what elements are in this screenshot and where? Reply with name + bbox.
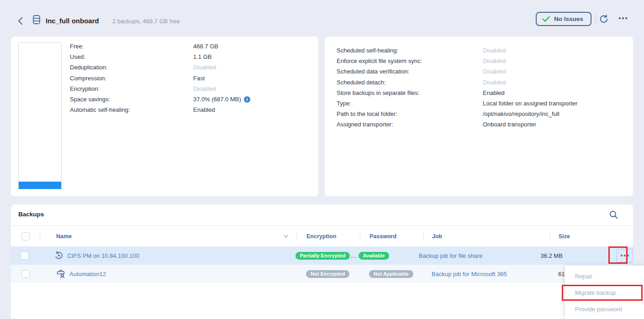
setting-label: Scheduled detach: [337, 79, 483, 86]
header-divider [596, 14, 596, 24]
stat-label: Compression: [70, 75, 193, 82]
setting-row-explicit-sync: Enforce explicit file system sync: Disab… [337, 56, 626, 66]
stat-value-text: 37.0% (687.0 MB) [193, 96, 241, 103]
stat-label: Automatic self-healing: [70, 106, 193, 113]
stat-value: 468.7 GB [193, 43, 218, 50]
storage-summary-card: Free: 468.7 GB Used: 1.1 GB Deduplicatio… [11, 37, 318, 196]
page-title: Inc_full onboard [46, 17, 99, 25]
setting-label: Type: [337, 100, 483, 107]
setting-value: Disabled [483, 79, 506, 86]
stat-row-used: Used: 1.1 GB [70, 52, 311, 62]
stat-row-free: Free: 468.7 GB [70, 41, 311, 52]
column-header-encryption[interactable]: Encryption [296, 232, 360, 241]
backup-name-link[interactable]: CIFS PM on 10.84.100.100 [67, 252, 139, 259]
setting-value: Disabled [483, 58, 506, 64]
stat-row-auto-self-healing: Automatic self-healing: Enabled [70, 105, 311, 115]
menu-item-provide-password[interactable]: Provide password [565, 301, 644, 317]
setting-label: Assigned transporter: [337, 121, 483, 128]
setting-value: Disabled [483, 68, 506, 75]
stat-label: Free: [70, 43, 193, 50]
repository-settings-card: Scheduled self-healing: Disabled Enforce… [325, 37, 633, 196]
stat-row-compression: Compression: Fast [70, 73, 311, 84]
repository-database-icon [31, 14, 42, 25]
setting-label: Scheduled self-healing: [337, 47, 483, 54]
stat-label: Deduplication: [70, 64, 193, 71]
column-header-size[interactable]: Size [550, 232, 621, 241]
job-link[interactable]: Backup job for Microsoft 365 [432, 271, 507, 277]
storage-gauge [18, 42, 62, 189]
top-header: Inc_full onboard 2 backups, 468.7 GB fre… [0, 0, 644, 37]
back-button[interactable] [16, 15, 26, 27]
setting-row-data-verification: Scheduled data verification: Disabled [337, 66, 626, 77]
setting-row-separate-files: Store backups in separate files: Enabled [337, 88, 626, 98]
refresh-button[interactable] [599, 14, 609, 24]
setting-value: Local folder on assigned transporter [483, 100, 577, 107]
info-icon[interactable]: i [244, 96, 250, 103]
row-checkbox[interactable] [21, 270, 30, 278]
stat-value: Enabled [193, 106, 215, 113]
menu-item-migrate-backup[interactable]: Migrate backup [565, 284, 644, 301]
check-icon [542, 16, 550, 22]
refresh-icon [599, 14, 609, 24]
stat-value: Fast [193, 75, 205, 82]
setting-row-type: Type: Local folder on assigned transport… [337, 98, 626, 109]
header-more-actions-button[interactable]: ••• [618, 14, 629, 24]
row-actions-context-menu: Repair Migrate backup Provide password [565, 266, 644, 319]
backups-section-title: Backups [18, 211, 44, 218]
backups-table-header: Name Encryption Password Job Size [11, 226, 633, 246]
setting-label: Enforce explicit file system sync: [337, 58, 483, 64]
backup-name-link[interactable]: Automation12 [69, 271, 106, 277]
stat-label: Used: [70, 53, 193, 60]
password-badge: Not Applicable [369, 270, 413, 278]
setting-row-assigned-transporter: Assigned transporter: Onboard transporte… [337, 119, 626, 130]
stat-value: Disabled [193, 85, 216, 92]
column-header-password[interactable]: Password [360, 232, 423, 241]
stat-row-encryption: Encryption: Disabled [70, 84, 311, 94]
sort-chevron-icon[interactable] [283, 233, 289, 240]
setting-label: Scheduled data verification: [337, 68, 483, 75]
setting-value: /opt/nakivo/repository/inc_full [483, 110, 560, 117]
backup-row-cifs[interactable]: CIFS PM on 10.84.100.100 Partially Encry… [11, 246, 633, 265]
recovery-point-icon [54, 251, 63, 260]
search-icon [608, 209, 619, 220]
setting-row-scheduled-self-healing: Scheduled self-healing: Disabled [337, 45, 626, 56]
row-actions-ellipsis-button[interactable] [616, 249, 633, 262]
password-badge: Available [359, 252, 390, 260]
no-issues-button[interactable]: No Issues [536, 12, 591, 26]
stat-row-deduplication: Deduplication: Disabled [70, 62, 311, 73]
column-header-label: Password [370, 233, 396, 240]
setting-value: Enabled [483, 89, 505, 96]
backup-row-automation12[interactable]: Automation12 Not Encrypted Not Applicabl… [11, 265, 633, 283]
column-header-label: Job [432, 233, 442, 240]
stat-label: Space savings: [70, 96, 193, 103]
search-button[interactable] [608, 209, 619, 220]
setting-value: Disabled [483, 47, 506, 54]
setting-row-path: Path to the local folder: /opt/nakivo/re… [337, 109, 626, 119]
column-header-name[interactable]: Name [40, 232, 296, 241]
stat-value: 1.1 GB [193, 53, 211, 60]
stat-value: Disabled [193, 64, 216, 71]
stat-row-space-savings: Space savings: 37.0% (687.0 MB) i [70, 94, 311, 105]
setting-row-scheduled-detach: Scheduled detach: Disabled [337, 77, 626, 88]
select-all-checkbox[interactable] [21, 232, 30, 241]
column-header-job[interactable]: Job [423, 232, 550, 241]
back-chevron-icon [16, 15, 26, 27]
backups-card: Backups Name Encryption Password Job [11, 204, 633, 319]
row-checkbox[interactable] [21, 251, 29, 260]
job-link[interactable]: Backup job for file share [419, 252, 482, 259]
column-header-label: Encryption [306, 233, 336, 240]
encryption-badge: Not Encrypted [306, 270, 349, 278]
setting-label: Store backups in separate files: [337, 89, 483, 96]
column-header-label: Size [559, 233, 570, 240]
setting-label: Path to the local folder: [337, 110, 483, 117]
backup-size: 36.2 MB [540, 252, 562, 259]
page-subtitle: 2 backups, 468.7 GB free [112, 18, 179, 25]
storage-gauge-fill [19, 182, 61, 189]
setting-value: Onboard transporter [483, 121, 536, 128]
microsoft365-backup-icon [56, 269, 66, 279]
no-issues-label: No Issues [554, 16, 583, 22]
stat-label: Encryption: [70, 85, 193, 92]
column-header-label: Name [56, 233, 72, 240]
stat-value: 37.0% (687.0 MB) i [193, 96, 250, 103]
menu-item-repair[interactable]: Repair [565, 268, 644, 284]
